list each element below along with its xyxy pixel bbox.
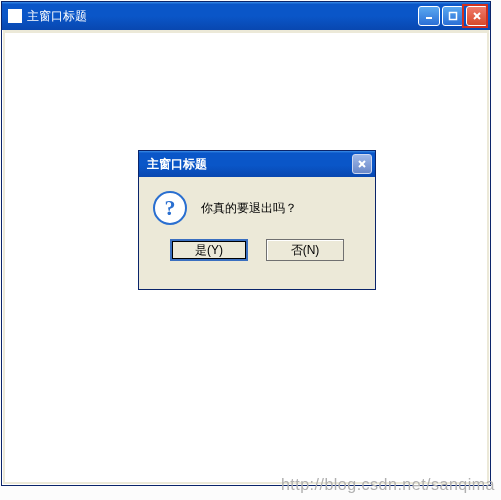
yes-button[interactable]: 是(Y)	[170, 239, 248, 261]
window-buttons	[418, 6, 488, 26]
main-titlebar[interactable]: 主窗口标题	[2, 2, 490, 30]
dialog-button-row: 是(Y) 否(N)	[139, 231, 375, 273]
svg-rect-1	[450, 13, 457, 20]
minimize-button[interactable]	[418, 6, 440, 26]
dialog-body: ? 你真的要退出吗？	[139, 177, 375, 231]
question-icon: ?	[153, 191, 187, 225]
maximize-icon	[448, 11, 458, 21]
dialog-title: 主窗口标题	[147, 156, 352, 173]
dialog-close-button[interactable]	[352, 154, 372, 174]
close-button[interactable]	[466, 6, 488, 26]
no-button[interactable]: 否(N)	[266, 239, 344, 261]
dialog-titlebar[interactable]: 主窗口标题	[139, 151, 375, 177]
yes-button-label: 是(Y)	[195, 242, 223, 259]
minimize-icon	[424, 11, 434, 21]
no-button-label: 否(N)	[291, 242, 320, 259]
close-icon	[357, 159, 367, 169]
app-icon	[8, 9, 22, 23]
maximize-button[interactable]	[442, 6, 464, 26]
main-window-title: 主窗口标题	[27, 8, 418, 25]
close-icon	[472, 11, 482, 21]
confirm-dialog: 主窗口标题 ? 你真的要退出吗？ 是(Y) 否(N)	[138, 150, 376, 290]
dialog-message: 你真的要退出吗？	[201, 200, 297, 217]
